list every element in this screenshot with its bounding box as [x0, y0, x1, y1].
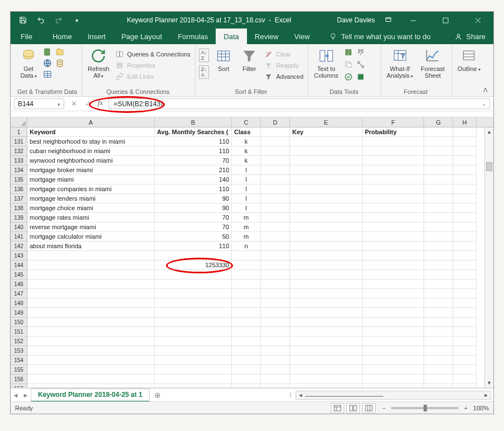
cell[interactable] — [261, 241, 290, 251]
cell[interactable] — [290, 280, 363, 289]
cell[interactable]: 50 — [155, 232, 232, 241]
cell[interactable] — [290, 261, 363, 270]
cell[interactable] — [290, 299, 363, 308]
tab-file[interactable]: File — [11, 29, 45, 44]
what-if-analysis-button[interactable]: ? What-IfAnalysis — [384, 46, 415, 81]
cell[interactable] — [155, 375, 232, 384]
cell[interactable] — [232, 261, 261, 270]
cell[interactable] — [155, 356, 232, 365]
cell[interactable] — [424, 175, 453, 184]
cell[interactable]: mortgage lenders miami — [27, 194, 155, 203]
cell[interactable] — [424, 346, 453, 356]
advanced-filter-button[interactable]: Advanced — [264, 72, 303, 81]
cell[interactable]: Key — [290, 127, 363, 137]
tab-page-layout[interactable]: Page Layout — [113, 29, 170, 44]
cell[interactable] — [27, 375, 155, 384]
cell[interactable] — [155, 318, 232, 327]
cell[interactable] — [363, 308, 424, 318]
formula-input[interactable]: =SUM(B2:B143) ⌄ — [108, 98, 490, 109]
row-header[interactable]: 134 — [11, 165, 27, 175]
name-box-dropdown-icon[interactable] — [58, 100, 60, 108]
cell[interactable] — [232, 251, 261, 261]
cell[interactable] — [424, 261, 453, 270]
cell[interactable] — [290, 251, 363, 261]
cell[interactable] — [290, 289, 363, 299]
row-header[interactable]: 142 — [11, 241, 27, 251]
cell[interactable] — [261, 270, 290, 280]
text-to-columns-button[interactable]: Text toColumns — [312, 46, 340, 80]
cell[interactable] — [232, 327, 261, 337]
cell[interactable]: n — [232, 241, 261, 251]
row-header[interactable]: 151 — [11, 327, 27, 337]
col-header-A[interactable]: A — [27, 117, 155, 127]
cell[interactable]: 90 — [155, 203, 232, 213]
cell[interactable] — [261, 261, 290, 270]
row-header[interactable]: 152 — [11, 337, 27, 346]
cell[interactable] — [453, 384, 477, 387]
cell[interactable] — [27, 318, 155, 327]
cell[interactable] — [424, 375, 453, 384]
cell[interactable] — [424, 280, 453, 289]
cell[interactable] — [453, 318, 477, 327]
cell[interactable] — [363, 165, 424, 175]
row-header[interactable]: 150 — [11, 318, 27, 327]
row-header[interactable]: 157 — [11, 384, 27, 387]
cell[interactable] — [363, 137, 424, 146]
cell[interactable] — [261, 384, 290, 387]
cell[interactable] — [453, 308, 477, 318]
cell[interactable] — [424, 270, 453, 280]
cell[interactable]: Class — [232, 127, 261, 137]
cells-area[interactable]: KeywordAvg. Monthly Searches (ClassKeyPr… — [27, 127, 484, 387]
col-header-H[interactable]: H — [453, 117, 477, 127]
hscroll-thumb[interactable] — [305, 396, 383, 397]
col-header-D[interactable]: D — [261, 117, 290, 127]
cell[interactable] — [363, 365, 424, 375]
cell[interactable]: 210 — [155, 165, 232, 175]
scroll-up-icon[interactable]: ▲ — [485, 127, 493, 136]
scroll-left-icon[interactable]: ◄ — [296, 392, 305, 398]
cell[interactable]: 110 — [155, 137, 232, 146]
cell[interactable] — [453, 346, 477, 356]
cell[interactable] — [363, 156, 424, 165]
cell[interactable]: wynwood neighborhood miami — [27, 156, 155, 165]
cell[interactable]: k — [232, 146, 261, 156]
cell[interactable] — [232, 375, 261, 384]
cell[interactable] — [290, 375, 363, 384]
cell[interactable] — [290, 346, 363, 356]
cell[interactable] — [290, 137, 363, 146]
cell[interactable] — [290, 156, 363, 165]
cell[interactable] — [453, 127, 477, 137]
cell[interactable] — [363, 184, 424, 194]
zoom-slider[interactable] — [391, 407, 458, 409]
cell[interactable] — [453, 356, 477, 365]
cell[interactable] — [363, 261, 424, 270]
cell[interactable]: about miami florida — [27, 241, 155, 251]
cell[interactable] — [261, 299, 290, 308]
cell[interactable] — [261, 251, 290, 261]
cell[interactable] — [27, 327, 155, 337]
cell[interactable]: 110 — [155, 241, 232, 251]
cell[interactable] — [261, 146, 290, 156]
cell[interactable] — [424, 308, 453, 318]
zoom-out-icon[interactable]: − — [382, 405, 386, 411]
cell[interactable] — [453, 241, 477, 251]
select-all-corner[interactable] — [11, 117, 27, 127]
consolidate-icon[interactable] — [356, 48, 365, 56]
col-header-B[interactable]: B — [155, 117, 232, 127]
cell[interactable] — [363, 327, 424, 337]
row-header[interactable]: 153 — [11, 346, 27, 356]
tell-me-search[interactable]: Tell me what you want to do — [317, 29, 446, 44]
cell[interactable] — [27, 384, 155, 387]
cell[interactable] — [453, 184, 477, 194]
tab-home[interactable]: Home — [45, 29, 80, 44]
cell[interactable]: m — [232, 222, 261, 232]
from-text-csv-icon[interactable] — [43, 48, 52, 56]
sort-asc-button[interactable]: A↓Z — [199, 49, 210, 62]
existing-connections-icon[interactable] — [55, 59, 64, 68]
from-table-range-icon[interactable] — [43, 70, 52, 79]
cell[interactable] — [27, 346, 155, 356]
cell[interactable] — [453, 337, 477, 346]
cell[interactable] — [363, 280, 424, 289]
view-page-break-icon[interactable] — [362, 403, 375, 413]
cell[interactable] — [232, 280, 261, 289]
